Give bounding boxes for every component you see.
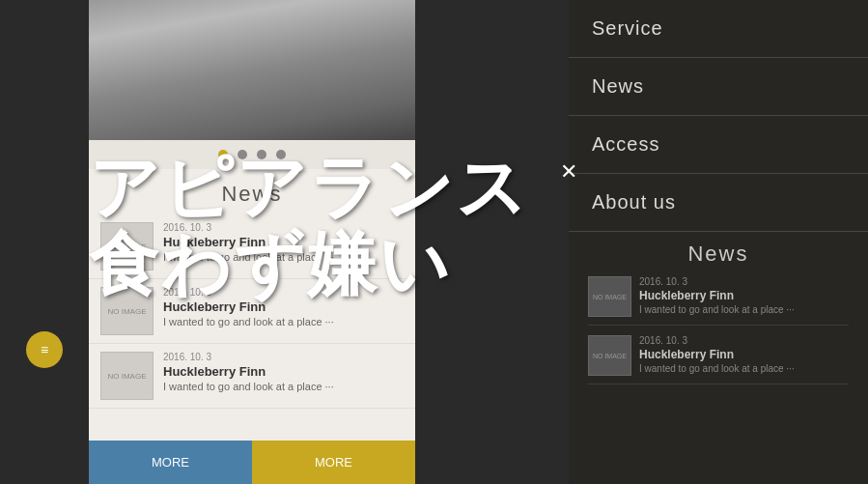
right-panel: Service News Access About us News NO IMA… [569,0,868,484]
main-content: News NO IMAGE 2016. 10. 3 Huckleberry Fi… [89,0,415,484]
news-body: I wanted to go and look at a place ··· [163,251,404,263]
news-text: 2016. 10. 3 Huckleberry Finn I wanted to… [163,287,404,327]
news-date: 2016. 10. 3 [639,276,795,287]
no-image-placeholder: NO IMAGE [588,276,631,317]
no-image-placeholder: NO IMAGE [100,287,154,335]
sidebar: ≡ [0,0,89,484]
list-item: NO IMAGE 2016. 10. 3 Huckleberry Finn I … [89,214,415,279]
dot-indicators [89,140,415,169]
sidebar-icon[interactable]: ≡ [26,331,63,368]
news-heading: Huckleberry Finn [639,348,795,361]
menu-icon: ≡ [41,342,48,357]
list-item: NO IMAGE 2016. 10. 3 Huckleberry Finn I … [89,344,415,409]
news-body: I wanted to go and look at a place ··· [163,381,404,392]
news-date: 2016. 10. 3 [163,287,404,298]
left-news-title: News [89,182,415,207]
no-image-placeholder: NO IMAGE [100,222,154,270]
news-heading: Huckleberry Finn [163,299,404,314]
news-text: 2016. 10. 3 Huckleberry Finn I wanted to… [163,222,404,263]
nav-menu: Service News Access About us [569,0,868,232]
right-news-section: News NO IMAGE 2016. 10. 3 Huckleberry Fi… [569,232,868,404]
news-date: 2016. 10. 3 [163,222,404,233]
news-body: I wanted to go and look at a place ··· [163,316,404,327]
news-body: I wanted to go and look at a place ··· [639,304,795,315]
dot-1[interactable] [218,150,228,159]
no-image-placeholder: NO IMAGE [588,335,631,376]
nav-item-news[interactable]: News [569,58,868,116]
hero-image [89,0,415,140]
right-news-title: News [588,242,849,267]
dot-4[interactable] [276,150,286,159]
news-heading: Huckleberry Finn [639,289,795,302]
news-text: 2016. 10. 3 Huckleberry Finn I wanted to… [639,276,795,315]
more-button-left[interactable]: MORE [89,441,252,484]
dot-2[interactable] [238,150,247,159]
news-body: I wanted to go and look at a place ··· [639,363,795,374]
no-image-placeholder: NO IMAGE [100,352,154,400]
news-date: 2016. 10. 3 [639,335,795,346]
list-item: NO IMAGE 2016. 10. 3 Huckleberry Finn I … [89,279,415,344]
list-item: NO IMAGE 2016. 10. 3 Huckleberry Finn I … [588,335,849,384]
news-text: 2016. 10. 3 Huckleberry Finn I wanted to… [163,352,404,392]
news-date: 2016. 10. 3 [163,352,404,362]
left-news-section: News NO IMAGE 2016. 10. 3 Huckleberry Fi… [89,169,415,413]
news-heading: Huckleberry Finn [163,364,404,379]
news-heading: Huckleberry Finn [163,235,404,249]
list-item: NO IMAGE 2016. 10. 3 Huckleberry Finn I … [588,276,849,326]
news-text: 2016. 10. 3 Huckleberry Finn I wanted to… [639,335,795,374]
more-button-right[interactable]: MORE [252,441,415,484]
close-button[interactable]: ✕ [560,159,858,185]
nav-item-service[interactable]: Service [569,0,868,58]
bottom-buttons: MORE MORE [89,441,415,484]
dot-3[interactable] [257,150,266,159]
